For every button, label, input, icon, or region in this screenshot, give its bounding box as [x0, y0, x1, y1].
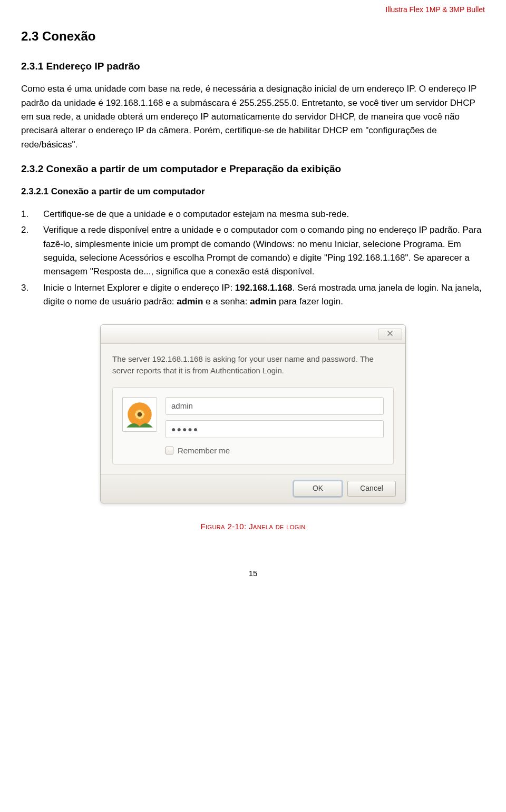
default-username: admin [177, 296, 203, 306]
item-text: Certifique-se de que a unidade e o compu… [43, 207, 485, 221]
steps-list: 1. Certifique-se de que a unidade e o co… [21, 204, 485, 315]
section-2-3-1-title: 2.3.1 Endereço IP padrão [21, 52, 485, 79]
close-button[interactable] [378, 329, 402, 340]
text-fragment: para fazer login. [276, 296, 343, 306]
item-number: 3. [21, 281, 43, 309]
list-item: 3. Inicie o Internet Explorer e digite o… [21, 280, 485, 310]
dialog-message: The server 192.168.1.168 is asking for y… [101, 344, 405, 384]
list-item: 2. Verifique a rede disponível entre a u… [21, 222, 485, 280]
credentials-panel: Remember me [112, 387, 394, 464]
item-text: Inicie o Internet Explorer e digite o en… [43, 281, 485, 309]
login-dialog: The server 192.168.1.168 is asking for y… [100, 324, 406, 503]
section-2-3-title: 2.3 Conexão [21, 24, 485, 52]
dialog-button-row: OK Cancel [101, 474, 405, 503]
remember-label: Remember me [178, 444, 230, 457]
item-text: Verifique a rede disponível entre a unid… [43, 223, 485, 279]
section-2-3-2-title: 2.3.2 Conexão a partir de um computador … [21, 155, 485, 182]
login-dialog-figure: The server 192.168.1.168 is asking for y… [21, 315, 485, 510]
ip-address: 192.168.1.168 [235, 283, 293, 293]
running-header: Illustra Flex 1MP & 3MP Bullet [21, 0, 485, 24]
caption-prefix: Figura 2-10: [200, 522, 249, 531]
section-2-3-1-para: Como esta é uma unidade com base na rede… [21, 79, 485, 155]
caption-body: Janela de login [249, 522, 305, 531]
ok-button[interactable]: OK [294, 481, 342, 497]
svg-point-6 [138, 412, 142, 417]
remember-checkbox[interactable] [166, 447, 173, 454]
list-item: 1. Certifique-se de que a unidade e o co… [21, 206, 485, 222]
remember-row: Remember me [166, 443, 384, 457]
text-fragment: e a senha: [203, 296, 250, 306]
section-2-3-2-1-title: 2.3.2.1 Conexão a partir de um computado… [21, 182, 485, 204]
password-input[interactable] [166, 420, 384, 438]
close-icon [387, 329, 393, 340]
text-fragment: Inicie o Internet Explorer e digite o en… [43, 283, 235, 293]
dialog-titlebar [101, 325, 405, 344]
page-number: 15 [21, 536, 485, 585]
cancel-button[interactable]: Cancel [347, 481, 396, 497]
figure-caption: Figura 2-10: Janela de login [21, 510, 485, 536]
username-input[interactable] [166, 397, 384, 415]
item-number: 1. [21, 207, 43, 221]
avatar [122, 397, 157, 432]
default-password: admin [250, 296, 276, 306]
item-number: 2. [21, 223, 43, 279]
fields-column: Remember me [166, 397, 384, 457]
